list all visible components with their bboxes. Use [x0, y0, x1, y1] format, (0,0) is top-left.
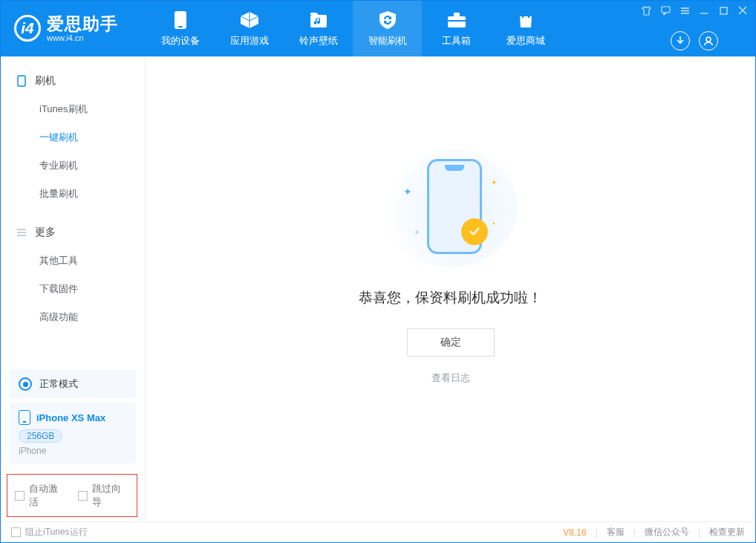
logo-icon: i4 [14, 15, 41, 42]
sidebar-item-batch-flash[interactable]: 批量刷机 [1, 180, 145, 208]
device-icon [170, 10, 191, 30]
maximize-button[interactable] [718, 5, 729, 16]
app-name-en: www.i4.cn [47, 33, 118, 42]
sparkle-icon: • [492, 220, 495, 227]
support-link[interactable]: 客服 [607, 526, 625, 539]
tab-label: 应用游戏 [230, 34, 269, 48]
device-type: iPhone [19, 446, 127, 456]
app-name-cn: 爱思助手 [47, 15, 118, 33]
sidebar-section-flash: 刷机 [1, 70, 145, 95]
status-bar: 阻止iTunes运行 V8.16 | 客服 | 微信公众号 | 检查更新 [1, 521, 755, 542]
sidebar-item-download-firmware[interactable]: 下载固件 [1, 275, 145, 303]
sidebar: 刷机 iTunes刷机 一键刷机 专业刷机 批量刷机 更多 其他工具 下载固件 … [1, 56, 146, 521]
device-mode-label: 正常模式 [39, 377, 78, 391]
phone-icon [19, 410, 30, 425]
menu-icon[interactable] [680, 5, 690, 16]
tab-label: 铃声壁纸 [299, 34, 338, 48]
window-controls [641, 5, 748, 16]
svg-point-8 [706, 37, 711, 42]
bag-icon [515, 10, 536, 30]
minimize-button[interactable] [699, 5, 709, 16]
tab-label: 爱思商城 [506, 34, 545, 48]
checkbox-label: 阻止iTunes运行 [25, 526, 88, 539]
svg-rect-1 [178, 26, 183, 27]
toolbox-icon [446, 10, 467, 30]
sidebar-item-itunes-flash[interactable]: iTunes刷机 [1, 95, 145, 123]
checkbox-auto-activate[interactable]: 自动激活 [15, 482, 66, 509]
sidebar-item-onekey-flash[interactable]: 一键刷机 [1, 123, 145, 152]
checkmark-badge-icon [461, 218, 488, 245]
tab-smart-flash[interactable]: 智能刷机 [353, 1, 422, 56]
wechat-link[interactable]: 微信公众号 [645, 526, 689, 539]
svg-rect-7 [720, 7, 727, 14]
main-tabs: 我的设备 应用游戏 铃声壁纸 智能刷机 工具箱 爱思商城 [146, 1, 560, 56]
tab-label: 我的设备 [161, 34, 200, 48]
tab-my-device[interactable]: 我的设备 [146, 1, 215, 56]
main-content: ✦ ✦ ✦ • 恭喜您，保资料刷机成功啦！ 确定 查看日志 [146, 56, 755, 521]
checkbox-block-itunes[interactable]: 阻止iTunes运行 [11, 526, 88, 539]
svg-rect-6 [662, 7, 670, 13]
success-illustration: ✦ ✦ ✦ • [384, 149, 518, 267]
success-message: 恭喜您，保资料刷机成功啦！ [359, 288, 542, 308]
titlebar: i4 爱思助手 www.i4.cn 我的设备 应用游戏 铃声壁纸 智能刷机 工具… [1, 1, 755, 56]
sidebar-section-label: 更多 [35, 226, 56, 239]
device-info-box[interactable]: iPhone XS Max 256GB iPhone [10, 403, 136, 464]
version-label: V8.16 [563, 527, 586, 538]
check-update-link[interactable]: 检查更新 [709, 526, 745, 539]
sidebar-section-more: 更多 [1, 221, 145, 247]
svg-rect-9 [18, 76, 25, 86]
list-icon [16, 227, 27, 238]
highlighted-options-box: 自动激活 跳过向导 [7, 474, 137, 517]
feedback-icon[interactable] [660, 5, 671, 16]
checkbox-label: 跳过向导 [92, 482, 129, 509]
device-name: iPhone XS Max [36, 412, 105, 423]
phone-icon [16, 75, 27, 87]
sidebar-item-other-tools[interactable]: 其他工具 [1, 247, 145, 275]
svg-rect-5 [448, 20, 466, 22]
sidebar-item-pro-flash[interactable]: 专业刷机 [1, 152, 145, 180]
tab-label: 工具箱 [442, 34, 471, 48]
ok-button[interactable]: 确定 [407, 328, 495, 357]
app-logo: i4 爱思助手 www.i4.cn [1, 15, 146, 42]
cube-icon [239, 10, 260, 30]
sparkle-icon: ✦ [403, 186, 412, 198]
tab-store[interactable]: 爱思商城 [491, 1, 560, 56]
checkbox-label: 自动激活 [29, 482, 66, 509]
svg-rect-3 [448, 16, 466, 27]
music-folder-icon [308, 10, 329, 30]
sparkle-icon: ✦ [491, 178, 497, 186]
svg-rect-4 [454, 13, 460, 16]
sidebar-section-label: 刷机 [35, 74, 56, 88]
tab-label: 智能刷机 [368, 34, 407, 48]
close-button[interactable] [737, 5, 748, 16]
download-button[interactable] [671, 31, 690, 51]
view-log-link[interactable]: 查看日志 [431, 371, 470, 385]
sidebar-item-advanced[interactable]: 高级功能 [1, 303, 145, 331]
tab-toolbox[interactable]: 工具箱 [422, 1, 491, 56]
tab-ringtones-wallpapers[interactable]: 铃声壁纸 [284, 1, 353, 56]
shirt-icon[interactable] [641, 5, 651, 16]
tab-apps-games[interactable]: 应用游戏 [215, 1, 284, 56]
checkbox-skip-guide[interactable]: 跳过向导 [78, 482, 129, 509]
mode-indicator-icon [19, 377, 32, 391]
refresh-shield-icon [377, 10, 398, 30]
device-mode-box[interactable]: 正常模式 [10, 370, 136, 398]
device-capacity-badge: 256GB [19, 429, 62, 443]
account-button[interactable] [699, 31, 718, 51]
sparkle-icon: ✦ [414, 228, 420, 236]
